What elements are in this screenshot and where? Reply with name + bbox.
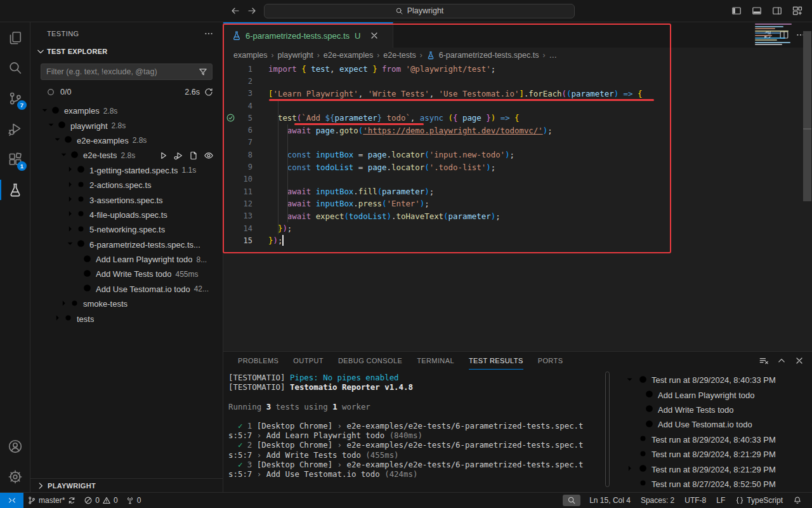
status-cursor-position[interactable]: Ln 15, Col 4 bbox=[586, 493, 634, 508]
activity-bar-settings[interactable] bbox=[0, 462, 30, 492]
panel-tab-problems[interactable]: PROBLEMS bbox=[238, 352, 278, 370]
status-language[interactable]: TypeScript bbox=[731, 493, 787, 508]
activity-bar-account[interactable] bbox=[0, 431, 30, 462]
toggle-primary-sidebar-button[interactable] bbox=[728, 3, 745, 18]
test-result-item[interactable]: Test run at 8/27/2024, 8:52:50 PM bbox=[619, 477, 812, 491]
toggle-panel-button[interactable] bbox=[749, 3, 765, 18]
test-tree-item[interactable]: e2e-examples2.8s bbox=[30, 133, 223, 148]
chevron-down-icon[interactable] bbox=[40, 105, 49, 117]
status-encoding[interactable]: UTF-8 bbox=[681, 493, 710, 508]
status-indentation[interactable]: Spaces: 2 bbox=[637, 493, 678, 508]
chevron-right-icon[interactable] bbox=[65, 180, 74, 191]
playwright-section-header[interactable]: PLAYWRIGHT bbox=[30, 478, 223, 492]
close-icon[interactable] bbox=[369, 30, 379, 41]
back-button[interactable] bbox=[227, 3, 244, 18]
toggle-secondary-sidebar-button[interactable] bbox=[769, 3, 785, 18]
test-tree-item[interactable]: 3-assertions.spec.ts bbox=[30, 192, 223, 207]
test-result-item[interactable]: Add Use Testomat.io todo bbox=[619, 417, 812, 432]
goto-file-icon[interactable] bbox=[188, 150, 199, 161]
status-notifications[interactable] bbox=[789, 493, 806, 508]
chevron-right-icon[interactable] bbox=[65, 194, 74, 206]
panel-tab-ports[interactable]: PORTS bbox=[538, 352, 563, 370]
maximize-panel-button[interactable] bbox=[776, 356, 787, 366]
clear-results-button[interactable] bbox=[759, 356, 769, 366]
panel-tab-test-results[interactable]: TEST RESULTS bbox=[469, 352, 523, 370]
test-tree-item[interactable]: e2e-tests2.8s bbox=[30, 148, 223, 163]
activity-bar-explorer[interactable] bbox=[0, 22, 30, 53]
panel-tab-output[interactable]: OUTPUT bbox=[293, 352, 324, 370]
search-icon bbox=[567, 496, 576, 505]
status-remote[interactable] bbox=[0, 493, 23, 508]
panel-tab-terminal[interactable]: TERMINAL bbox=[417, 352, 454, 370]
activity-bar-source-control[interactable]: 7 bbox=[0, 83, 30, 114]
status-forwarded-ports[interactable]: 0 bbox=[122, 493, 145, 508]
chevron-down-icon[interactable] bbox=[53, 135, 62, 146]
breadcrumb-item[interactable]: examples bbox=[233, 51, 268, 60]
breadcrumb-item[interactable]: 6-parametrized-tests.spec.ts bbox=[439, 51, 539, 60]
filter-icon[interactable] bbox=[198, 67, 208, 77]
chevron-down-icon[interactable] bbox=[65, 239, 74, 250]
panel-tab-bar: PROBLEMSOUTPUTDEBUG CONSOLETERMINALTEST … bbox=[223, 352, 812, 370]
forward-button[interactable] bbox=[244, 3, 260, 18]
chevron-down-icon[interactable] bbox=[46, 120, 55, 131]
status-zoom[interactable] bbox=[563, 495, 580, 506]
test-result-item[interactable]: Add Learn Playwright todo bbox=[619, 387, 812, 402]
chevron-right-icon[interactable] bbox=[53, 313, 62, 324]
customize-layout-button[interactable] bbox=[789, 3, 806, 18]
chevron-right-icon[interactable] bbox=[65, 224, 74, 236]
watch-icon[interactable] bbox=[204, 150, 214, 161]
activity-bar-testing[interactable] bbox=[0, 175, 30, 205]
breadcrumb-item[interactable]: playwright bbox=[278, 51, 313, 60]
test-tree-item[interactable]: 2-actions.spec.ts bbox=[30, 178, 223, 192]
refresh-icon[interactable] bbox=[204, 87, 214, 97]
test-tree-item[interactable]: Add Write Tests todo455ms bbox=[30, 267, 223, 281]
panel-tab-debug-console[interactable]: DEBUG CONSOLE bbox=[338, 352, 402, 370]
test-result-item[interactable]: Test run at 8/29/2024, 8:21:29 PM bbox=[619, 447, 812, 462]
test-tree-item[interactable]: Add Learn Playwright todo8... bbox=[30, 252, 223, 267]
run-icon[interactable] bbox=[158, 150, 168, 161]
test-result-item[interactable]: Test run at 8/29/2024, 8:40:33 PM bbox=[619, 432, 812, 447]
minimap[interactable] bbox=[755, 23, 794, 46]
more-actions-icon[interactable] bbox=[204, 29, 214, 39]
status-problems[interactable]: 00 bbox=[80, 493, 121, 508]
breadcrumb-item[interactable]: e2e-examples bbox=[324, 51, 374, 60]
breadcrumb-item[interactable]: … bbox=[549, 51, 557, 60]
close-panel-button[interactable] bbox=[794, 356, 804, 366]
activity-bar-extensions[interactable]: 1 bbox=[0, 144, 30, 175]
test-tree-item[interactable]: Add Use Testomat.io todo42... bbox=[30, 282, 223, 297]
breadcrumb-item[interactable]: e2e-tests bbox=[383, 51, 416, 60]
chevron-right-icon[interactable] bbox=[65, 164, 74, 176]
gutter-test-passed-icon[interactable] bbox=[226, 113, 236, 123]
test-results-terminal-output[interactable]: [TESTOMATIO] Pipes: No pipes enabled[TES… bbox=[223, 370, 619, 492]
test-tree-item[interactable]: playwright2.8s bbox=[30, 118, 223, 133]
test-tree-item[interactable]: 4-file-uploads.spec.ts bbox=[30, 208, 223, 222]
test-result-item[interactable]: Add Write Tests todo bbox=[619, 403, 812, 417]
terminal-line: s:5:7 › Add Use Testomat.io todo (424ms) bbox=[228, 469, 619, 479]
test-tree-item[interactable]: tests bbox=[30, 311, 223, 326]
test-tree-item[interactable]: 1-getting-started.spec.ts1.1s bbox=[30, 163, 223, 178]
editor-tab[interactable]: 6-parametrized-tests.spec.ts U bbox=[223, 22, 393, 48]
chevron-right-icon[interactable] bbox=[65, 209, 74, 220]
chevron-down-icon[interactable] bbox=[625, 375, 635, 386]
test-result-item[interactable]: Test run at 8/29/2024, 8:21:29 PM bbox=[619, 462, 812, 476]
terminal-scrollbar[interactable] bbox=[605, 371, 610, 487]
command-center-search[interactable]: Playwright bbox=[264, 4, 575, 18]
test-explorer-section-header[interactable]: TEST EXPLORER bbox=[30, 44, 223, 58]
editor-scrollbar[interactable] bbox=[803, 31, 811, 201]
code-editor[interactable]: 1import { test, expect } from '@playwrig… bbox=[223, 62, 812, 351]
test-tree-item[interactable]: examples2.8s bbox=[30, 104, 223, 118]
status-git-branch[interactable]: master* bbox=[23, 493, 80, 508]
activity-bar-run-debug[interactable] bbox=[0, 114, 30, 144]
test-tree-item[interactable]: smoke-tests bbox=[30, 297, 223, 311]
test-tree-item[interactable]: 6-parametrized-tests.spec.ts... bbox=[30, 237, 223, 252]
chevron-right-icon[interactable] bbox=[625, 464, 635, 475]
activity-bar-search[interactable] bbox=[0, 53, 30, 83]
test-filter-input[interactable] bbox=[41, 64, 213, 80]
chevron-down-icon[interactable] bbox=[59, 150, 68, 161]
test-tree-item[interactable]: 5-networking.spec.ts bbox=[30, 222, 223, 237]
chevron-right-icon[interactable] bbox=[59, 298, 68, 310]
status-eol[interactable]: LF bbox=[712, 493, 729, 508]
debug-run-icon[interactable] bbox=[173, 150, 183, 161]
test-result-item[interactable] bbox=[619, 491, 812, 492]
test-result-item[interactable]: Test run at 8/29/2024, 8:40:33 PM bbox=[619, 373, 812, 387]
